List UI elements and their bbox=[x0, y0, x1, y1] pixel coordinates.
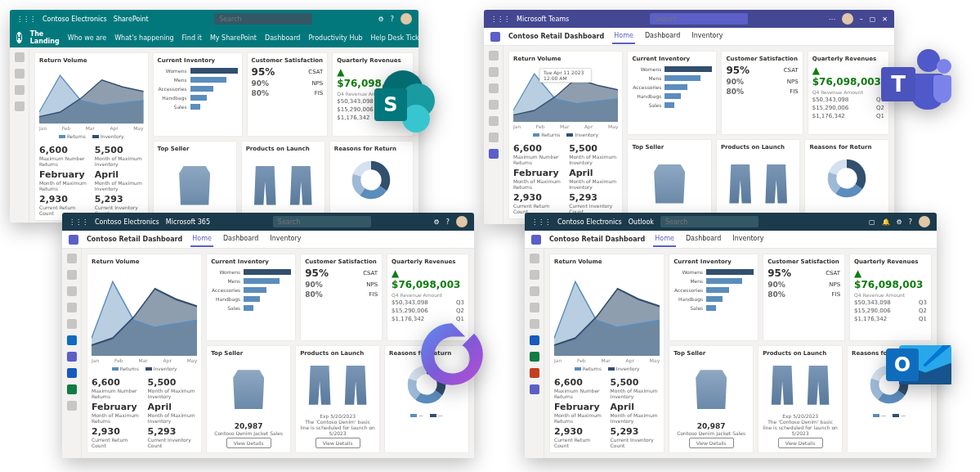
create-icon[interactable] bbox=[67, 270, 77, 280]
jeans-image bbox=[340, 366, 371, 405]
rail-icon[interactable] bbox=[15, 69, 25, 79]
tab-inventory[interactable]: Inventory bbox=[690, 29, 724, 44]
settings-icon[interactable]: ⚙ bbox=[434, 218, 440, 226]
app-icon[interactable] bbox=[530, 384, 539, 394]
inventory-card: Current InventoryWomensMensAccessoriesHa… bbox=[206, 254, 296, 341]
settings-icon[interactable]: ⚙ bbox=[378, 16, 384, 23]
minimize-icon[interactable]: – bbox=[860, 16, 863, 23]
avatar[interactable] bbox=[842, 13, 853, 25]
ppt-icon[interactable] bbox=[530, 368, 539, 378]
tab-inventory[interactable]: Inventory bbox=[731, 232, 765, 247]
site-logo-icon[interactable]: H bbox=[16, 32, 22, 43]
help-icon[interactable]: ? bbox=[391, 16, 394, 23]
tab-home[interactable]: Home bbox=[612, 29, 635, 44]
view-details-button[interactable]: View Details bbox=[315, 438, 360, 448]
waffle-icon[interactable]: ⋮⋮⋮ bbox=[490, 16, 510, 23]
home-icon[interactable] bbox=[67, 254, 77, 263]
tab-home[interactable]: Home bbox=[190, 232, 213, 247]
files-icon[interactable] bbox=[489, 133, 499, 142]
excel-icon[interactable] bbox=[67, 384, 77, 394]
top-seller-card: Top Seller20,987Contoso Denim Jacket Sal… bbox=[669, 345, 754, 454]
app-icon[interactable] bbox=[489, 149, 499, 159]
waffle-icon[interactable]: ⋮⋮⋮ bbox=[69, 218, 88, 226]
calendar-icon[interactable] bbox=[530, 270, 539, 280]
top-seller-card: Top Seller bbox=[153, 141, 237, 221]
search-input[interactable] bbox=[650, 13, 748, 25]
return-volume-card: Return Volume Tue Apr 11 2023 12:00 AM J… bbox=[508, 51, 623, 219]
app-header: Contoso Retail Dashboard Home Dashboard … bbox=[525, 231, 937, 249]
nav-item[interactable]: Find it bbox=[182, 34, 202, 42]
nav-item[interactable]: Help Desk Tickets bbox=[371, 34, 418, 42]
tab-home[interactable]: Home bbox=[653, 232, 676, 247]
excel-icon[interactable] bbox=[530, 352, 539, 362]
card-title: Products on Launch bbox=[246, 146, 320, 152]
meet-icon[interactable]: ▢ bbox=[869, 218, 875, 226]
rail-icon[interactable] bbox=[15, 52, 25, 62]
maximize-icon[interactable]: ▢ bbox=[870, 16, 876, 23]
word-icon[interactable] bbox=[67, 368, 77, 378]
inventory-card: Current Inventory Womens Mens Accessorie… bbox=[153, 52, 243, 137]
calendar-icon[interactable] bbox=[489, 100, 499, 110]
card-title: Customer Satisfaction bbox=[305, 258, 378, 265]
waffle-icon[interactable]: ⋮⋮⋮ bbox=[531, 218, 551, 226]
view-details-button[interactable]: View Details bbox=[226, 438, 271, 448]
outlook-icon[interactable] bbox=[67, 335, 77, 345]
date-tooltip: Tue Apr 11 2023 12:00 AM bbox=[539, 68, 592, 83]
teams-icon[interactable] bbox=[489, 83, 499, 93]
jeans-image bbox=[761, 164, 792, 204]
site-title: The Landing bbox=[30, 30, 60, 45]
card-title: Products on Launch bbox=[300, 350, 375, 357]
people-icon[interactable] bbox=[530, 286, 539, 296]
help-icon[interactable]: ? bbox=[446, 218, 450, 226]
apps-icon[interactable] bbox=[67, 319, 77, 329]
card-title: Quarterly Revenues bbox=[337, 57, 409, 64]
teams-icon[interactable] bbox=[67, 352, 77, 362]
mail-icon[interactable] bbox=[530, 254, 539, 263]
mycontent-icon[interactable] bbox=[67, 286, 77, 296]
nav-item[interactable]: What's happening bbox=[114, 34, 173, 42]
chat-icon[interactable] bbox=[489, 67, 499, 77]
sharepoint-logo-icon: S bbox=[368, 65, 441, 139]
todo-icon[interactable] bbox=[530, 319, 539, 329]
tab-inventory[interactable]: Inventory bbox=[268, 232, 302, 247]
nav-item[interactable]: Who we are bbox=[68, 34, 106, 42]
calls-icon[interactable] bbox=[489, 116, 499, 126]
tab-dashboard[interactable]: Dashboard bbox=[684, 232, 723, 247]
waffle-icon[interactable]: ⋮⋮⋮ bbox=[16, 16, 36, 23]
activity-icon[interactable] bbox=[489, 51, 499, 61]
avatar[interactable] bbox=[919, 216, 930, 227]
stat-value: 2,930 bbox=[39, 194, 88, 205]
close-icon[interactable]: ✕ bbox=[882, 16, 888, 23]
chart-axis: JanFebMarAprMay bbox=[39, 125, 144, 131]
search-input[interactable] bbox=[660, 216, 758, 227]
dashboard-content: Return Volume Tue Apr 11 2023 12:00 AM J… bbox=[503, 46, 894, 224]
more-icon[interactable] bbox=[67, 401, 77, 411]
inventory-card: Current Inventory Womens Mens Accessorie… bbox=[627, 51, 717, 135]
files-icon[interactable] bbox=[530, 303, 539, 312]
word-icon[interactable] bbox=[530, 335, 539, 345]
search-input[interactable] bbox=[273, 216, 371, 227]
revenue-card: Quarterly Revenues ▲ $76,098,003 Q4 Reve… bbox=[808, 51, 889, 135]
rail-icon[interactable] bbox=[15, 85, 25, 95]
nav-item[interactable]: Dashboard bbox=[265, 34, 300, 42]
donut-chart bbox=[349, 158, 393, 202]
avatar[interactable] bbox=[456, 216, 468, 227]
rail-icon[interactable] bbox=[15, 101, 25, 111]
tab-dashboard[interactable]: Dashboard bbox=[643, 29, 682, 44]
search-input[interactable] bbox=[214, 13, 312, 25]
dashboard-content: Return Volume JanFebMarAprMay ReturnsInv… bbox=[544, 249, 937, 458]
dashboard-content: Return Volume JanFebMarAprMay Returns In… bbox=[29, 47, 418, 223]
view-details-button[interactable]: View Details bbox=[778, 438, 823, 448]
more-icon[interactable]: ⋯ bbox=[829, 16, 835, 23]
tab-dashboard[interactable]: Dashboard bbox=[222, 232, 260, 247]
feed-icon[interactable] bbox=[67, 303, 77, 312]
notification-icon[interactable]: 🔔 bbox=[882, 218, 890, 226]
help-icon[interactable]: ? bbox=[909, 218, 912, 226]
view-details-button[interactable]: View Details bbox=[689, 438, 734, 448]
settings-icon[interactable]: ⚙ bbox=[897, 218, 902, 226]
jacket-image bbox=[233, 370, 264, 409]
nav-item[interactable]: Productivity Hub bbox=[308, 34, 362, 42]
nav-item[interactable]: My SharePoint bbox=[210, 34, 257, 42]
stat-label: Month of Maximum Inventory bbox=[95, 155, 144, 167]
avatar[interactable] bbox=[401, 13, 412, 25]
